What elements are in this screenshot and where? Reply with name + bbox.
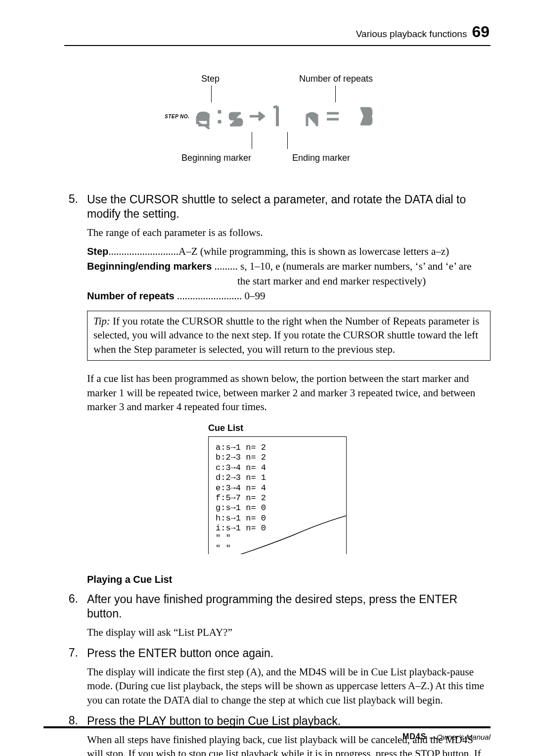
step-body: The display will ask “List PLAY?”: [87, 625, 490, 640]
page-number: 69: [472, 23, 490, 41]
parameter-definitions: Step...........................A–Z (whil…: [87, 244, 490, 303]
step-body: The display will indicate the first step…: [87, 665, 490, 708]
cue-list-title: Cue List: [208, 423, 347, 433]
def-markers-val: ......... s, 1–10, e (numerals are marke…: [212, 260, 471, 272]
tip-body: If you rotate the CURSOR shuttle to the …: [93, 315, 479, 355]
stepno-label: STEP NO.: [165, 114, 189, 119]
step-number: 5.: [64, 192, 78, 222]
def-repeats-key: Number of repeats: [87, 290, 175, 301]
cue-list-box: a:s→1 n= 2 b:2→3 n= 2 c:3→4 n= 4 d:2→3 n…: [208, 436, 347, 554]
callout-line: [335, 86, 336, 102]
step-number: 7.: [64, 646, 78, 661]
diagram-step-label: Step: [201, 74, 220, 84]
step-6: 6. After you have finished programming t…: [64, 592, 490, 621]
tip-box: Tip: If you rotate the CURSOR shuttle to…: [87, 311, 490, 361]
cue-row: c:3→4 n= 4: [216, 463, 339, 473]
step-number: 6.: [64, 592, 78, 621]
svg-rect-0: [218, 110, 221, 113]
def-repeats-val: ......................... 0–99: [175, 290, 266, 302]
cue-list: Cue List a:s→1 n= 2 b:2→3 n= 2 c:3→4 n= …: [208, 423, 347, 554]
svg-line-4: [273, 106, 277, 107]
cue-row: a:s→1 n= 2: [216, 443, 339, 453]
def-step-key: Step: [87, 246, 108, 257]
seg-arrow-icon: [248, 103, 266, 129]
page-header: Various playback functions 69: [64, 23, 490, 41]
callout-line: [287, 132, 288, 149]
seg-1-icon: [268, 103, 286, 129]
seg-3-icon: [356, 103, 374, 129]
footer-rule: [44, 726, 490, 728]
def-markers-key: Beginning/ending markers: [87, 261, 212, 272]
header-rule: [64, 45, 490, 46]
callout-line: [211, 86, 212, 102]
seg-space: [345, 103, 354, 129]
seg-s-icon: [227, 103, 245, 129]
callout-line: [252, 132, 252, 149]
cue-row: d:2→3 n= 1: [216, 473, 339, 483]
diagram-repeats-label: Number of repeats: [299, 74, 373, 84]
page-curl-icon: [238, 516, 347, 554]
cue-row: e:3→4 n= 4: [216, 483, 339, 493]
tip-label: Tip:: [93, 315, 110, 327]
section-title: Various playback functions: [356, 29, 467, 40]
step-title: After you have finished programming the …: [87, 592, 490, 621]
step-title: Press the ENTER button once again.: [87, 646, 273, 661]
lcd-diagram: Step Number of repeats STEP NO.: [139, 74, 416, 183]
after-tip-paragraph: If a cue list has been programmed as sho…: [87, 372, 490, 414]
cue-row: b:2→3 n= 2: [216, 453, 339, 463]
range-intro: The range of each parameter is as follow…: [87, 226, 490, 240]
footer-text: —Owner’s Manual: [429, 733, 490, 741]
diagram-beginning-label: Beginning marker: [181, 153, 251, 163]
step-title: Use the CURSOR shuttle to select a param…: [87, 192, 490, 222]
svg-rect-1: [218, 120, 221, 123]
step-7: 7. Press the ENTER button once again.: [64, 646, 490, 661]
def-step-val: ...........................A–Z (while pr…: [108, 245, 449, 257]
cue-row: f:5→7 n= 2: [216, 493, 339, 503]
seg-a-icon: [194, 103, 212, 129]
seg-equals-icon: [324, 103, 342, 129]
seg-n-icon: [303, 103, 321, 129]
playing-cue-list-heading: Playing a Cue List: [87, 574, 490, 585]
cue-row: g:s→1 n= 0: [216, 503, 339, 513]
diagram-ending-label: Ending marker: [292, 153, 350, 163]
product-logo: MD4S: [402, 732, 426, 741]
step-5: 5. Use the CURSOR shuttle to select a pa…: [64, 192, 490, 222]
page-footer: MD4S —Owner’s Manual: [44, 726, 490, 741]
seg-colon-icon: [215, 103, 224, 129]
seg-space: [289, 103, 300, 129]
lcd-display: [194, 103, 374, 129]
def-markers-val-cont: the start marker and end marker respecti…: [237, 274, 490, 289]
